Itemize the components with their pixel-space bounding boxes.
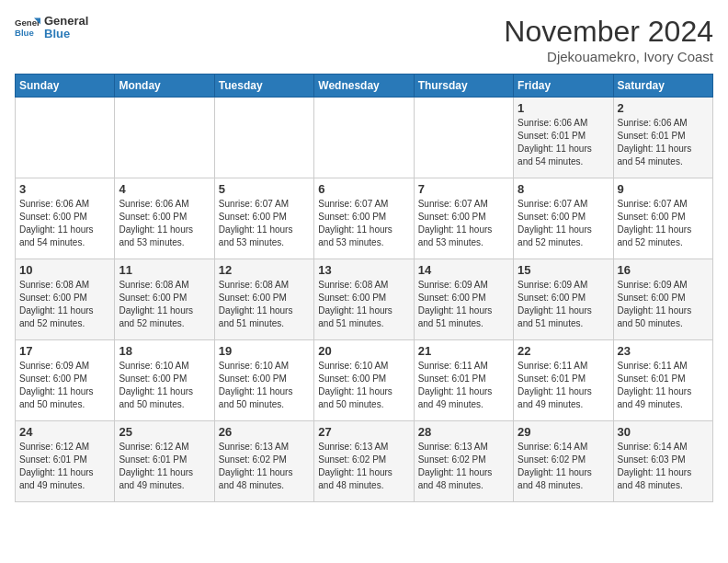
calendar-cell: 25Sunrise: 6:12 AM Sunset: 6:01 PM Dayli… — [115, 421, 214, 502]
day-number: 17 — [19, 344, 110, 358]
calendar-header: SundayMondayTuesdayWednesdayThursdayFrid… — [16, 75, 713, 98]
weekday-header-wednesday: Wednesday — [314, 75, 414, 98]
calendar-cell: 5Sunrise: 6:07 AM Sunset: 6:00 PM Daylig… — [214, 178, 313, 259]
calendar-cell: 1Sunrise: 6:06 AM Sunset: 6:01 PM Daylig… — [514, 98, 613, 178]
day-number: 4 — [119, 182, 210, 196]
day-info: Sunrise: 6:14 AM Sunset: 6:03 PM Dayligh… — [618, 441, 709, 492]
day-info: Sunrise: 6:11 AM Sunset: 6:01 PM Dayligh… — [618, 360, 709, 411]
calendar-cell: 10Sunrise: 6:08 AM Sunset: 6:00 PM Dayli… — [16, 259, 115, 340]
title-block: November 2024 Djekouamekro, Ivory Coast — [504, 15, 713, 64]
month-year: November 2024 — [504, 15, 713, 49]
day-number: 27 — [318, 425, 409, 439]
calendar-cell: 24Sunrise: 6:12 AM Sunset: 6:01 PM Dayli… — [16, 421, 115, 502]
calendar-cell: 21Sunrise: 6:11 AM Sunset: 6:01 PM Dayli… — [414, 340, 513, 421]
calendar-cell: 27Sunrise: 6:13 AM Sunset: 6:02 PM Dayli… — [314, 421, 414, 502]
day-info: Sunrise: 6:12 AM Sunset: 6:01 PM Dayligh… — [19, 441, 110, 492]
day-number: 24 — [19, 425, 110, 439]
day-info: Sunrise: 6:09 AM Sunset: 6:00 PM Dayligh… — [518, 279, 609, 330]
calendar-cell: 4Sunrise: 6:06 AM Sunset: 6:00 PM Daylig… — [115, 178, 214, 259]
day-number: 3 — [19, 182, 110, 196]
calendar-cell: 8Sunrise: 6:07 AM Sunset: 6:00 PM Daylig… — [514, 178, 613, 259]
day-number: 15 — [518, 263, 609, 277]
week-row-3: 10Sunrise: 6:08 AM Sunset: 6:00 PM Dayli… — [16, 259, 713, 340]
calendar-cell — [414, 98, 513, 178]
day-info: Sunrise: 6:07 AM Sunset: 6:00 PM Dayligh… — [418, 198, 509, 249]
calendar-cell: 9Sunrise: 6:07 AM Sunset: 6:00 PM Daylig… — [613, 178, 712, 259]
day-info: Sunrise: 6:13 AM Sunset: 6:02 PM Dayligh… — [219, 441, 310, 492]
day-number: 12 — [219, 263, 310, 277]
day-info: Sunrise: 6:09 AM Sunset: 6:00 PM Dayligh… — [19, 360, 110, 411]
day-number: 22 — [518, 344, 609, 358]
logo-icon: General Blue — [15, 15, 40, 40]
day-number: 7 — [418, 182, 509, 196]
calendar-cell: 2Sunrise: 6:06 AM Sunset: 6:01 PM Daylig… — [613, 98, 712, 178]
day-info: Sunrise: 6:12 AM Sunset: 6:01 PM Dayligh… — [119, 441, 210, 492]
day-number: 26 — [219, 425, 310, 439]
calendar-cell: 17Sunrise: 6:09 AM Sunset: 6:00 PM Dayli… — [16, 340, 115, 421]
day-number: 23 — [618, 344, 709, 358]
day-number: 6 — [318, 182, 409, 196]
day-info: Sunrise: 6:10 AM Sunset: 6:00 PM Dayligh… — [318, 360, 409, 411]
calendar-cell: 15Sunrise: 6:09 AM Sunset: 6:00 PM Dayli… — [514, 259, 613, 340]
day-info: Sunrise: 6:14 AM Sunset: 6:02 PM Dayligh… — [518, 441, 609, 492]
weekday-header-sunday: Sunday — [16, 75, 115, 98]
calendar-cell: 3Sunrise: 6:06 AM Sunset: 6:00 PM Daylig… — [16, 178, 115, 259]
day-info: Sunrise: 6:13 AM Sunset: 6:02 PM Dayligh… — [418, 441, 509, 492]
calendar-cell: 13Sunrise: 6:08 AM Sunset: 6:00 PM Dayli… — [314, 259, 414, 340]
weekday-header-monday: Monday — [115, 75, 214, 98]
calendar-cell: 29Sunrise: 6:14 AM Sunset: 6:02 PM Dayli… — [514, 421, 613, 502]
calendar-cell: 19Sunrise: 6:10 AM Sunset: 6:00 PM Dayli… — [214, 340, 313, 421]
day-number: 10 — [19, 263, 110, 277]
day-info: Sunrise: 6:07 AM Sunset: 6:00 PM Dayligh… — [618, 198, 709, 249]
day-info: Sunrise: 6:07 AM Sunset: 6:00 PM Dayligh… — [318, 198, 409, 249]
day-number: 2 — [618, 101, 709, 115]
calendar-cell: 23Sunrise: 6:11 AM Sunset: 6:01 PM Dayli… — [613, 340, 712, 421]
day-info: Sunrise: 6:08 AM Sunset: 6:00 PM Dayligh… — [219, 279, 310, 330]
location: Djekouamekro, Ivory Coast — [504, 49, 713, 64]
day-number: 9 — [618, 182, 709, 196]
calendar-cell: 22Sunrise: 6:11 AM Sunset: 6:01 PM Dayli… — [514, 340, 613, 421]
week-row-4: 17Sunrise: 6:09 AM Sunset: 6:00 PM Dayli… — [16, 340, 713, 421]
calendar-cell: 6Sunrise: 6:07 AM Sunset: 6:00 PM Daylig… — [314, 178, 414, 259]
calendar-cell: 30Sunrise: 6:14 AM Sunset: 6:03 PM Dayli… — [613, 421, 712, 502]
day-info: Sunrise: 6:06 AM Sunset: 6:00 PM Dayligh… — [119, 198, 210, 249]
day-info: Sunrise: 6:06 AM Sunset: 6:00 PM Dayligh… — [19, 198, 110, 249]
day-number: 20 — [318, 344, 409, 358]
calendar-table: SundayMondayTuesdayWednesdayThursdayFrid… — [15, 74, 713, 502]
day-number: 30 — [618, 425, 709, 439]
day-info: Sunrise: 6:08 AM Sunset: 6:00 PM Dayligh… — [119, 279, 210, 330]
day-info: Sunrise: 6:09 AM Sunset: 6:00 PM Dayligh… — [418, 279, 509, 330]
day-info: Sunrise: 6:13 AM Sunset: 6:02 PM Dayligh… — [318, 441, 409, 492]
calendar-cell: 16Sunrise: 6:09 AM Sunset: 6:00 PM Dayli… — [613, 259, 712, 340]
calendar-cell: 26Sunrise: 6:13 AM Sunset: 6:02 PM Dayli… — [214, 421, 313, 502]
week-row-2: 3Sunrise: 6:06 AM Sunset: 6:00 PM Daylig… — [16, 178, 713, 259]
week-row-5: 24Sunrise: 6:12 AM Sunset: 6:01 PM Dayli… — [16, 421, 713, 502]
weekday-header-thursday: Thursday — [414, 75, 513, 98]
calendar-cell: 18Sunrise: 6:10 AM Sunset: 6:00 PM Dayli… — [115, 340, 214, 421]
day-number: 11 — [119, 263, 210, 277]
calendar-cell: 7Sunrise: 6:07 AM Sunset: 6:00 PM Daylig… — [414, 178, 513, 259]
day-number: 25 — [119, 425, 210, 439]
day-info: Sunrise: 6:09 AM Sunset: 6:00 PM Dayligh… — [618, 279, 709, 330]
day-info: Sunrise: 6:10 AM Sunset: 6:00 PM Dayligh… — [219, 360, 310, 411]
calendar-cell — [16, 98, 115, 178]
calendar-cell — [214, 98, 313, 178]
day-number: 16 — [618, 263, 709, 277]
day-number: 1 — [518, 101, 609, 115]
calendar-cell: 11Sunrise: 6:08 AM Sunset: 6:00 PM Dayli… — [115, 259, 214, 340]
day-number: 19 — [219, 344, 310, 358]
day-info: Sunrise: 6:08 AM Sunset: 6:00 PM Dayligh… — [318, 279, 409, 330]
weekday-header-saturday: Saturday — [613, 75, 712, 98]
calendar-cell: 28Sunrise: 6:13 AM Sunset: 6:02 PM Dayli… — [414, 421, 513, 502]
weekday-header-tuesday: Tuesday — [214, 75, 313, 98]
calendar-body: 1Sunrise: 6:06 AM Sunset: 6:01 PM Daylig… — [16, 98, 713, 502]
calendar-cell — [115, 98, 214, 178]
svg-text:Blue: Blue — [15, 28, 34, 38]
day-info: Sunrise: 6:10 AM Sunset: 6:00 PM Dayligh… — [119, 360, 210, 411]
day-number: 14 — [418, 263, 509, 277]
calendar-cell — [314, 98, 414, 178]
day-number: 21 — [418, 344, 509, 358]
day-number: 29 — [518, 425, 609, 439]
day-info: Sunrise: 6:07 AM Sunset: 6:00 PM Dayligh… — [518, 198, 609, 249]
logo-line1: General — [44, 15, 88, 28]
